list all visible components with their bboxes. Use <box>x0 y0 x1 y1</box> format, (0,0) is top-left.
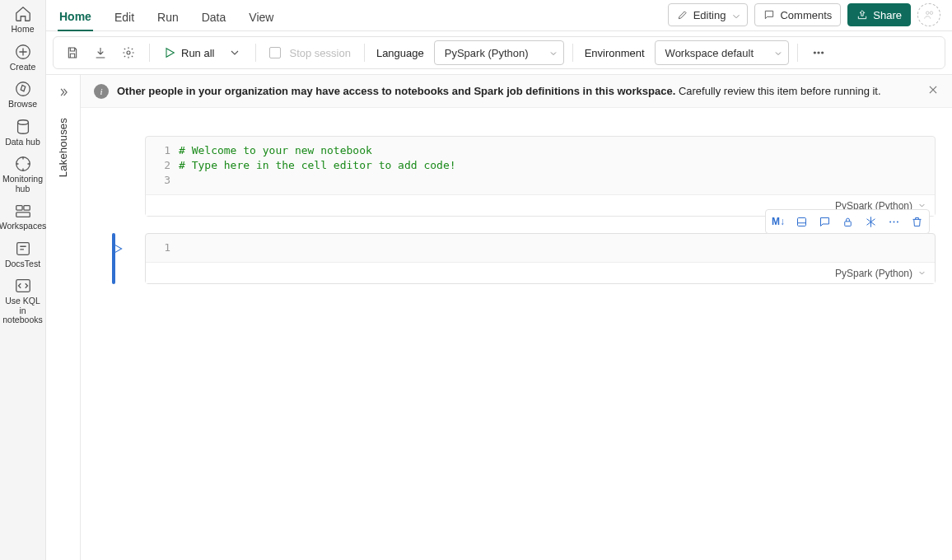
rail-item-datahub[interactable]: Data hub <box>2 118 44 147</box>
more-cell-actions-button[interactable] <box>883 212 904 231</box>
banner-close-button[interactable] <box>927 84 939 98</box>
cell-language[interactable]: PySpark (Python) <box>835 268 912 279</box>
notebook: 123 # Welcome to your new notebook # Typ… <box>81 108 952 317</box>
svg-point-17 <box>889 221 891 222</box>
comment-icon <box>819 216 831 228</box>
code-editor[interactable] <box>179 240 935 255</box>
environment-label: Environment <box>581 47 651 59</box>
value: PySpark (Python) <box>445 47 529 59</box>
language-select[interactable]: PySpark (Python) <box>434 40 564 65</box>
side-panel-label[interactable]: Lakehouses <box>57 118 69 177</box>
line-numbers: 123 <box>146 143 179 188</box>
ribbon-tabs: Home Edit Run Data View Editing Comments… <box>46 0 952 31</box>
comments-button[interactable]: Comments <box>754 3 841 26</box>
tab-data[interactable]: Data <box>200 11 228 30</box>
home-icon <box>14 5 32 23</box>
checkbox-icon <box>269 47 281 58</box>
svg-point-9 <box>926 12 930 14</box>
code-editor[interactable]: # Welcome to your new notebook # Type he… <box>179 143 935 188</box>
panel-icon <box>796 216 808 228</box>
lock-cell-button[interactable] <box>837 212 858 231</box>
svg-rect-16 <box>844 221 851 226</box>
share-button[interactable]: Share <box>847 3 911 26</box>
svg-rect-6 <box>16 212 30 217</box>
download-button[interactable] <box>88 40 113 65</box>
active-cell-marker <box>112 233 115 284</box>
svg-rect-4 <box>16 206 21 211</box>
body: Lakehouses i Other people in your organi… <box>46 75 952 560</box>
expand-panel-button[interactable] <box>53 82 74 103</box>
main: Home Edit Run Data View Editing Comments… <box>46 0 952 560</box>
left-nav-rail: Home Create Browse Data hub Monitoring h… <box>0 0 46 560</box>
chevron-double-right-icon <box>58 86 69 98</box>
tab-home[interactable]: Home <box>58 10 93 31</box>
compass-icon <box>14 80 32 98</box>
more-actions-button[interactable] <box>806 40 831 65</box>
rail-item-workspaces[interactable]: Workspaces <box>2 202 44 231</box>
save-button[interactable] <box>60 40 85 65</box>
toggle-output-button[interactable] <box>791 212 812 231</box>
rail-item-home[interactable]: Home <box>2 5 44 35</box>
rail-item-create[interactable]: Create <box>2 43 44 72</box>
value: Workspace default <box>665 47 754 59</box>
divider <box>797 44 798 62</box>
code-cell[interactable]: M↓ 1 PySpark (P <box>145 233 936 284</box>
label: Run all <box>181 47 214 59</box>
divider <box>149 44 150 62</box>
divider <box>572 44 573 62</box>
rail-label: DocsTest <box>5 259 40 269</box>
settings-button[interactable] <box>116 40 141 65</box>
chevron-down-icon <box>548 49 557 57</box>
play-icon <box>112 243 124 254</box>
delete-cell-button[interactable] <box>906 212 927 231</box>
run-cell-button[interactable] <box>112 243 124 254</box>
rail-item-docstest[interactable]: DocsTest <box>2 240 44 269</box>
monitor-icon <box>14 155 32 173</box>
cell-gutter <box>120 233 145 256</box>
cell-gutter <box>87 136 145 162</box>
toolbar: Run all Stop session Language PySpark (P… <box>53 36 945 69</box>
chevron-down-icon <box>773 49 782 57</box>
convert-to-markdown-button[interactable]: M↓ <box>768 212 789 231</box>
workspaces-icon <box>14 202 32 220</box>
close-icon <box>927 84 939 96</box>
line-numbers: 1 <box>146 240 179 255</box>
freeze-cell-button[interactable] <box>860 212 881 231</box>
rail-item-monitoring[interactable]: Monitoring hub <box>2 155 44 194</box>
code-icon <box>14 277 32 295</box>
divider <box>364 44 365 62</box>
side-panel: Lakehouses <box>46 75 81 560</box>
stop-session-button[interactable]: Stop session <box>264 40 355 65</box>
presence-avatar[interactable] <box>917 3 940 26</box>
svg-rect-7 <box>16 242 29 254</box>
svg-point-12 <box>814 52 815 54</box>
download-icon <box>94 46 107 59</box>
trash-icon <box>911 216 923 228</box>
environment-select[interactable]: Workspace default <box>655 40 789 65</box>
editing-mode-button[interactable]: Editing <box>668 3 749 26</box>
svg-point-10 <box>930 12 933 14</box>
tab-view[interactable]: View <box>247 11 275 30</box>
cell-footer: PySpark (Python) <box>146 262 935 283</box>
cell-body[interactable]: 123 # Welcome to your new notebook # Typ… <box>146 137 935 194</box>
rail-label: Create <box>10 63 36 72</box>
run-all-button[interactable]: Run all <box>158 40 219 65</box>
label: Comments <box>780 9 832 21</box>
tab-run[interactable]: Run <box>156 11 180 30</box>
chevron-down-icon[interactable] <box>917 268 926 278</box>
svg-rect-5 <box>23 206 29 211</box>
pencil-icon <box>677 9 688 21</box>
comment-cell-button[interactable] <box>814 212 835 231</box>
code-cell[interactable]: 123 # Welcome to your new notebook # Typ… <box>145 136 936 217</box>
chevron-down-icon <box>228 46 241 59</box>
cell-body[interactable]: 1 <box>146 234 935 262</box>
rail-item-browse[interactable]: Browse <box>2 80 44 110</box>
svg-rect-15 <box>797 217 805 226</box>
top-actions: Editing Comments Share <box>668 3 940 30</box>
run-all-dropdown[interactable] <box>222 40 247 65</box>
svg-point-14 <box>822 52 824 54</box>
plus-circle-icon <box>14 43 32 61</box>
banner-rest: Carefully review this item before runnin… <box>675 85 880 97</box>
tab-edit[interactable]: Edit <box>113 11 136 30</box>
rail-item-kql[interactable]: Use KQL in notebooks <box>2 277 44 325</box>
